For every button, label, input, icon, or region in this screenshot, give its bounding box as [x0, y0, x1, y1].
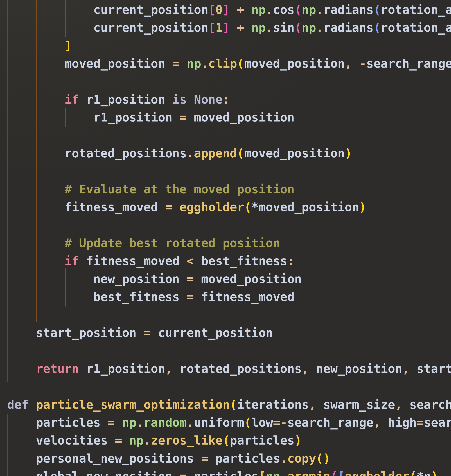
- token-b1: (: [230, 398, 237, 412]
- token-op: =: [172, 470, 194, 476]
- code-line[interactable]: start_position = current_position: [7, 324, 451, 342]
- token-v: new_position: [93, 272, 180, 286]
- token-op: :: [287, 254, 294, 268]
- code-line[interactable]: ]: [7, 37, 451, 55]
- token-v: particles: [194, 470, 258, 476]
- token-mod: np: [302, 21, 316, 35]
- token-v: p: [424, 470, 431, 476]
- token-skw: def: [7, 398, 36, 412]
- token-op: =: [108, 433, 129, 447]
- token-num: 0: [215, 3, 223, 17]
- code-line[interactable]: personal_new_positions = particles.copy(…: [7, 450, 451, 468]
- token-com: # Update best rotated position: [65, 236, 280, 250]
- code-line[interactable]: [7, 378, 451, 396]
- code-line[interactable]: [7, 306, 451, 324]
- token-kw: if: [65, 93, 86, 106]
- code-line[interactable]: current_position[1] + np.sin(np.radians(…: [7, 19, 451, 37]
- code-line[interactable]: if fitness_moved < best_fitness:: [7, 252, 451, 270]
- token-op: =: [158, 200, 180, 214]
- token-b2: [: [208, 3, 215, 17]
- token-op: .: [187, 146, 194, 160]
- code-line[interactable]: [7, 342, 451, 360]
- code-line[interactable]: [7, 216, 451, 234]
- code-line[interactable]: [7, 73, 451, 91]
- code-line[interactable]: # Evaluate at the moved position: [7, 180, 451, 198]
- token-v: low: [251, 416, 273, 429]
- token-b3: (: [373, 21, 381, 35]
- token-v: velocities: [36, 433, 108, 447]
- token-fn: eggholder: [345, 470, 409, 476]
- token-b3: [: [338, 470, 345, 476]
- token-op: .: [201, 57, 208, 70]
- token-v: new_position: [316, 362, 402, 376]
- token-v: radians: [323, 3, 373, 17]
- code-line[interactable]: fitness_moved = eggholder(*moved_positio…: [7, 198, 451, 216]
- token-fn: particle_swarm_optimization: [36, 398, 230, 412]
- token-v: best_fitness: [201, 254, 287, 268]
- token-op: .: [266, 21, 273, 35]
- code-line[interactable]: [7, 162, 451, 180]
- token-op: :: [223, 93, 230, 106]
- token-b1: [: [259, 470, 266, 476]
- code-line[interactable]: r1_position = moved_position: [7, 109, 451, 126]
- code-line[interactable]: if r1_position is None:: [7, 91, 451, 109]
- token-op: .: [187, 416, 194, 429]
- token-op: =: [417, 416, 424, 429]
- token-op: -: [359, 57, 366, 70]
- code-line[interactable]: moved_position = np.clip(moved_position,…: [7, 55, 451, 73]
- code-line[interactable]: particles = np.random.uniform(low=-searc…: [7, 414, 451, 432]
- token-op: =: [180, 272, 201, 286]
- token-v: rotated_positions: [180, 362, 302, 376]
- token-op: ,: [402, 362, 417, 376]
- code-lines[interactable]: current_position[0] + np.cos(np.radians(…: [0, 0, 451, 476]
- token-op: ,: [345, 57, 359, 70]
- token-v: search_range: [366, 57, 451, 70]
- code-line[interactable]: [7, 127, 451, 144]
- token-v: radians: [323, 21, 373, 35]
- code-editor[interactable]: current_position[0] + np.cos(np.radians(…: [0, 0, 451, 476]
- token-fn: eggholder: [180, 200, 244, 214]
- code-line[interactable]: velocities = np.zeros_like(particles): [7, 432, 451, 450]
- token-b2: (: [294, 3, 302, 17]
- token-v: global_new_position: [36, 470, 172, 476]
- token-b2: [: [208, 21, 215, 35]
- token-v: start_position: [36, 326, 137, 340]
- token-op: .: [144, 433, 151, 447]
- code-line[interactable]: current_position[0] + np.cos(np.radians(…: [7, 1, 451, 19]
- token-v: best_fitness: [93, 290, 180, 304]
- code-line[interactable]: def particle_swarm_optimization(iteratio…: [7, 396, 451, 414]
- token-mod: np: [266, 470, 280, 476]
- token-b1: ): [359, 200, 366, 214]
- code-line[interactable]: return r1_position, rotated_positions, n…: [7, 360, 451, 378]
- token-b1: (: [244, 416, 251, 429]
- token-v: moved_position: [259, 200, 359, 214]
- token-v: particles: [230, 433, 294, 447]
- code-line[interactable]: best_fitness = fitness_moved: [7, 288, 451, 306]
- token-com: # Evaluate at the moved position: [65, 182, 294, 196]
- token-b1: (: [244, 200, 251, 214]
- token-skw: is: [172, 93, 194, 106]
- code-line[interactable]: new_position = moved_position: [7, 270, 451, 288]
- token-op: .: [266, 3, 273, 17]
- token-kw: return: [36, 362, 86, 376]
- token-v: sear: [424, 416, 451, 429]
- token-mod: np: [251, 21, 266, 35]
- token-fn: clip: [208, 57, 237, 70]
- token-op: =: [165, 57, 187, 70]
- token-skw: None: [194, 93, 223, 106]
- token-b1: (: [316, 451, 323, 465]
- token-v: r1_position: [93, 111, 172, 124]
- token-mod: np: [187, 57, 201, 70]
- token-v: uniform: [194, 416, 244, 429]
- token-mod: np: [302, 3, 316, 17]
- code-line[interactable]: rotated_positions.append(moved_position): [7, 144, 451, 162]
- token-op: .: [316, 21, 323, 35]
- token-v: moved_position: [65, 57, 165, 70]
- token-kw: if: [65, 254, 86, 268]
- code-line[interactable]: # Update best rotated position: [7, 234, 451, 252]
- token-op: ,: [373, 416, 388, 429]
- token-op: =: [100, 416, 122, 429]
- token-fn: argmin: [287, 470, 330, 476]
- code-line[interactable]: global_new_position = particles[np.argmi…: [7, 468, 451, 476]
- token-op: <: [180, 254, 201, 268]
